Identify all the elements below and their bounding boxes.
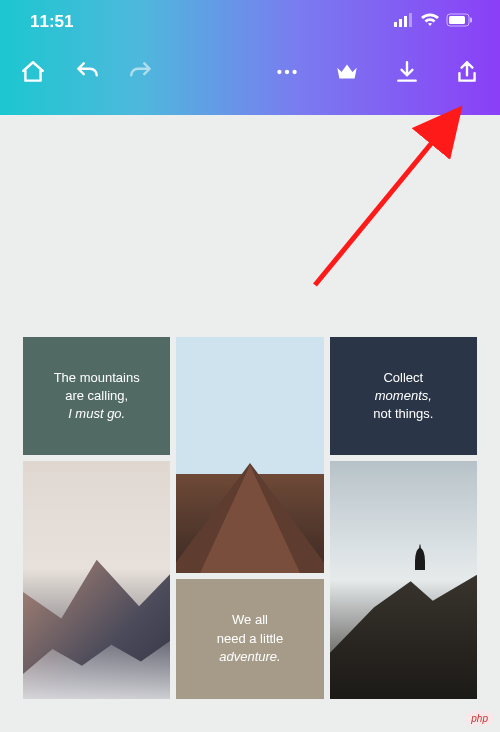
svg-rect-0 — [394, 22, 397, 27]
annotation-arrow — [305, 105, 475, 295]
tile-text-line: need a little — [217, 630, 284, 649]
tile-text-line: I must go. — [68, 405, 125, 423]
design-canvas[interactable]: The mountains are calling, I must go. We… — [23, 337, 477, 699]
svg-rect-2 — [404, 16, 407, 27]
svg-rect-1 — [399, 19, 402, 27]
tile-text-line: The mountains — [54, 369, 140, 387]
tile-text-line: adventure. — [217, 648, 284, 667]
status-icons — [394, 12, 474, 32]
app-header: 11:51 — [0, 0, 500, 115]
redo-button[interactable] — [122, 53, 160, 91]
tile-peaks-photo[interactable] — [23, 461, 170, 699]
tile-adventure-text[interactable]: We all need a little adventure. — [176, 579, 323, 699]
undo-button[interactable] — [68, 53, 106, 91]
toolbar — [0, 44, 500, 100]
tile-text-line: are calling, — [65, 387, 128, 405]
cellular-icon — [394, 12, 414, 32]
share-button[interactable] — [448, 53, 486, 91]
svg-line-10 — [315, 117, 453, 285]
svg-point-7 — [277, 70, 281, 74]
svg-point-9 — [292, 70, 296, 74]
tile-text-line: We all — [217, 611, 284, 630]
tile-text-line: Collect — [383, 369, 423, 387]
tile-hiker-photo[interactable] — [330, 461, 477, 699]
tile-text-line: moments, — [375, 387, 432, 405]
svg-rect-6 — [470, 18, 472, 23]
premium-button[interactable] — [328, 53, 366, 91]
svg-rect-3 — [409, 13, 412, 27]
svg-rect-5 — [449, 16, 465, 24]
home-button[interactable] — [14, 53, 52, 91]
tile-mountain-photo[interactable] — [176, 337, 323, 573]
tile-text-line: not things. — [373, 405, 433, 423]
tile-mountains-text[interactable]: The mountains are calling, I must go. — [23, 337, 170, 455]
watermark: php — [465, 711, 494, 726]
wifi-icon — [420, 12, 440, 32]
more-button[interactable] — [268, 53, 306, 91]
svg-point-8 — [285, 70, 289, 74]
status-bar: 11:51 — [0, 0, 500, 44]
battery-icon — [446, 12, 474, 32]
status-time: 11:51 — [30, 12, 73, 32]
tile-collect-text[interactable]: Collect moments, not things. — [330, 337, 477, 455]
download-button[interactable] — [388, 53, 426, 91]
